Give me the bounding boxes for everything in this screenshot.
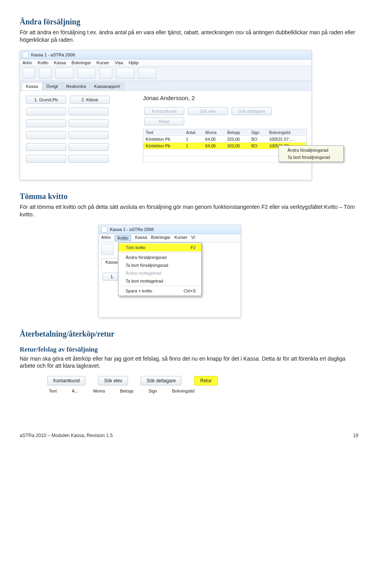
menu-item[interactable]: Kassa xyxy=(54,60,66,65)
cell: 100531 07:... xyxy=(267,136,306,142)
menu-item[interactable]: Kurser xyxy=(174,235,187,241)
col-bokningstid: Bokningstid xyxy=(172,389,195,393)
toolbar xyxy=(20,66,311,81)
kontantkund-button[interactable]: Kontantkund xyxy=(144,107,184,115)
sok-deltagare-button[interactable]: Sök deltagare xyxy=(141,376,182,385)
grund-pb-button[interactable]: 1. Grund.Pb xyxy=(26,96,66,104)
sok-deltagare-button[interactable]: Sök deltagare xyxy=(232,107,272,115)
context-menu[interactable]: Ändra försäljningsrad Ta bort försäljnin… xyxy=(278,145,344,162)
kkbok-button[interactable]: 2. Kkbok xyxy=(70,96,110,104)
tool-button[interactable] xyxy=(138,68,156,79)
mi-tabort-forsaljningsrad[interactable]: Ta bort försäljningsrad xyxy=(119,261,201,269)
empty-button xyxy=(26,155,66,163)
empty-button xyxy=(26,119,66,127)
footer-left: aSTRa 2010 – Modulen Kassa, Revision 1.5 xyxy=(20,433,113,438)
heading-andra-forsaljning: Ändra försäljning xyxy=(20,17,358,26)
tabbar: Kassa Övrigt Reskontra Kassarapport xyxy=(20,81,311,91)
tool-button[interactable] xyxy=(39,68,52,79)
col-belopp: Belopp xyxy=(225,129,249,136)
titlebar: Kassa 1 - aSTRa 2008 xyxy=(99,225,241,234)
table-row[interactable]: Körlektion Pb 1 64,00 320,00 BO 100531 0… xyxy=(143,136,307,142)
empty-button xyxy=(26,108,66,115)
body-tomma-kvitto: För att tömma ett kvitto och på detta sä… xyxy=(20,203,358,218)
cell: BO xyxy=(249,142,267,149)
body-retur-felslag: När man ska göra ett återköp eller har j… xyxy=(20,355,358,370)
empty-button xyxy=(69,143,109,151)
mi-label: Spara + kvitto xyxy=(126,288,152,293)
menu-item[interactable]: Hjälp xyxy=(129,60,139,65)
mi-label: Ta bort mottagetrad xyxy=(126,279,163,283)
menu-item[interactable]: Bokningar xyxy=(72,60,91,65)
cell: 1 xyxy=(183,136,203,142)
col-a: A... xyxy=(72,389,78,393)
tab-ovrigt[interactable]: Övrigt xyxy=(42,82,62,90)
kvitto-dropdown[interactable]: Töm kvitto F2 Ändra försäljningsrad Ta b… xyxy=(118,242,202,296)
page-number: 19 xyxy=(353,433,358,438)
mi-shortcut: Ctrl+S xyxy=(183,288,196,293)
empty-button xyxy=(69,108,109,115)
titlebar: Kassa 1 - aSTRa 2008 xyxy=(20,50,311,60)
col-moms: Moms xyxy=(93,389,105,393)
cell: 1 xyxy=(183,142,203,149)
retur-button[interactable]: Retur xyxy=(194,376,217,385)
cell: Körlektion Pb xyxy=(143,142,184,149)
menu-item[interactable]: Kassa xyxy=(135,235,147,241)
retur-button[interactable]: Retur xyxy=(144,117,184,125)
heading-tomma-kvitto: Tömma kvitto xyxy=(20,192,358,201)
cell: 320,00 xyxy=(225,142,249,149)
ctx-andra-rad[interactable]: Ändra försäljningsrad xyxy=(279,147,343,154)
tool-button[interactable] xyxy=(56,68,74,79)
col-antal: Antal xyxy=(183,129,203,136)
cell: 64,00 xyxy=(203,142,225,149)
tool-button[interactable] xyxy=(22,68,35,79)
col-sign: Sign xyxy=(148,389,157,393)
mi-tom-kvitto[interactable]: Töm kvitto F2 xyxy=(119,244,201,251)
heading-aterbetalning: Återbetalning/återköp/retur xyxy=(20,329,358,339)
empty-button xyxy=(69,131,109,139)
mi-spara-kvitto[interactable]: Spara + kvitto Ctrl+S xyxy=(119,287,201,295)
mi-label: Töm kvitto xyxy=(126,245,146,250)
button-row: Kontantkund Sök elev Sök deltagare Retur xyxy=(47,376,276,385)
kontantkund-button[interactable]: Kontantkund xyxy=(47,376,85,385)
cell: Körlektion Pb xyxy=(143,136,184,142)
work-area: Kassa 1. Töm kvitto F2 Ändra försäljning… xyxy=(99,242,241,317)
menu-item[interactable]: Vi xyxy=(191,235,195,241)
product-button-grid: 1. Grund.Pb 2. Kkbok xyxy=(25,95,131,166)
empty-button xyxy=(69,155,109,163)
grid-header-row: Text A... Moms Belopp Sign Bokningstid xyxy=(47,389,276,393)
menu-item[interactable]: Kurser xyxy=(96,60,109,65)
mi-label: Ta bort försäljningsrad xyxy=(126,263,168,268)
menu-item[interactable]: Arkiv xyxy=(22,60,32,65)
tool-button[interactable] xyxy=(78,68,96,79)
mi-andra-mottagetrad: Ändra mottagetrad xyxy=(119,269,201,277)
menu-item[interactable]: Visa xyxy=(115,60,123,65)
window-title: Kassa 1 - aSTRa 2008 xyxy=(110,227,154,232)
empty-button xyxy=(26,143,66,151)
sok-elev-button[interactable]: Sök elev xyxy=(188,107,228,115)
figure-kassa-window: Kassa 1 - aSTRa 2008 Arkiv Kvitto Kassa … xyxy=(20,50,312,180)
tab-kassarapport[interactable]: Kassarapport xyxy=(90,82,124,90)
mi-shortcut: F2 xyxy=(191,245,196,250)
sok-elev-button[interactable]: Sök elev xyxy=(98,376,128,385)
tool-button[interactable] xyxy=(100,68,112,79)
ctx-tabort-rad[interactable]: Ta bort försäljningsrad xyxy=(279,154,343,161)
menu-item[interactable]: Arkiv xyxy=(101,235,111,241)
page-footer: aSTRa 2010 – Modulen Kassa, Revision 1.5… xyxy=(20,433,358,438)
menubar: Arkiv Kvitto Kassa Bokningar Kurser Visa… xyxy=(20,60,311,66)
menubar: Arkiv Kvitto Kassa Bokningar Kurser Vi xyxy=(99,234,241,242)
mi-label: Ändra mottagetrad xyxy=(126,271,161,275)
app-icon xyxy=(101,226,107,233)
sales-grid-wrap: Text Antal Moms Belopp Sign Bokningstid … xyxy=(143,129,307,163)
tool-button[interactable] xyxy=(101,244,114,255)
tool-button[interactable] xyxy=(116,68,134,79)
menu-item-kvitto[interactable]: Kvitto xyxy=(115,235,131,241)
col-moms: Moms xyxy=(203,129,225,136)
mi-tabort-mottagetrad[interactable]: Ta bort mottagetrad xyxy=(119,277,201,285)
tab-kassa[interactable]: Kassa xyxy=(22,82,43,90)
menu-item[interactable]: Bokningar xyxy=(151,235,171,241)
tab-reskontra[interactable]: Reskontra xyxy=(62,82,90,90)
menu-item[interactable]: Kvitto xyxy=(37,60,48,65)
window-title: Kassa 1 - aSTRa 2008 xyxy=(31,52,75,57)
mi-andra-forsaljningsrad[interactable]: Ändra försäljningsrad xyxy=(119,253,201,261)
cell: 320,00 xyxy=(225,136,249,142)
